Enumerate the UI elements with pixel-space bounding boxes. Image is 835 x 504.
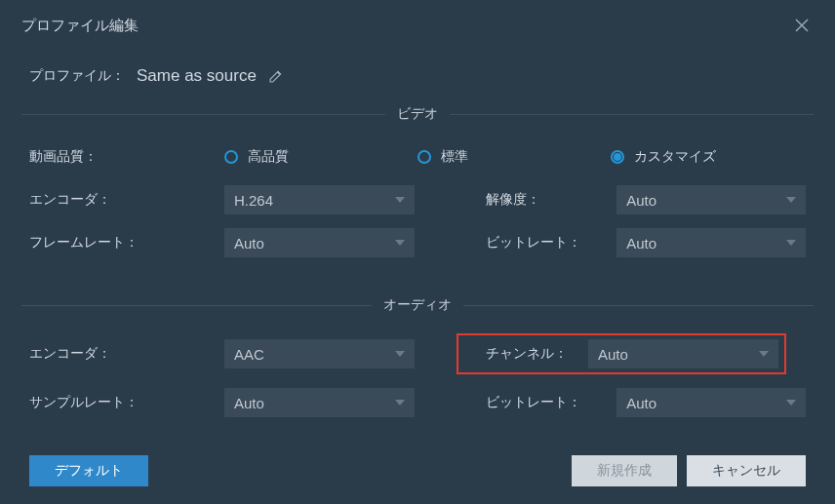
video-bitrate-label: ビットレート： <box>418 234 616 252</box>
video-resolution-dropdown[interactable]: Auto <box>616 185 806 214</box>
audio-samplerate-dropdown[interactable]: Auto <box>224 388 415 417</box>
audio-samplerate-value: Auto <box>234 395 264 411</box>
video-framerate-dropdown[interactable]: Auto <box>224 228 415 257</box>
video-encoder-dropdown[interactable]: H.264 <box>224 185 415 214</box>
video-encoder-label: エンコーダ： <box>29 191 224 209</box>
audio-bitrate-value: Auto <box>626 395 656 411</box>
video-section-divider: ビデオ <box>21 105 814 123</box>
cancel-button[interactable]: キャンセル <box>687 455 806 486</box>
default-button[interactable]: デフォルト <box>29 455 148 486</box>
audio-channel-highlight: チャンネル： Auto <box>457 333 786 374</box>
create-button-label: 新規作成 <box>597 462 652 480</box>
video-bitrate-dropdown[interactable]: Auto <box>616 228 806 257</box>
footer-right-group: 新規作成 キャンセル <box>572 455 806 486</box>
dialog-footer: デフォルト 新規作成 キャンセル <box>0 455 835 486</box>
video-bitrate-value: Auto <box>626 235 656 252</box>
audio-bitrate-label: ビットレート： <box>418 394 616 411</box>
audio-section-divider: オーディオ <box>21 296 814 314</box>
audio-channel-dropdown[interactable]: Auto <box>588 339 778 368</box>
video-quality-label: 動画品質： <box>29 148 224 166</box>
audio-form: エンコーダ： AAC チャンネル： Auto サンプルレート： <box>21 333 814 417</box>
video-section-title: ビデオ <box>385 105 450 123</box>
chevron-down-icon <box>786 197 796 203</box>
audio-encoder-row: エンコーダ： AAC チャンネル： Auto <box>29 333 806 374</box>
video-framerate-value: Auto <box>234 235 264 252</box>
audio-samplerate-label: サンプルレート： <box>29 394 224 411</box>
radio-icon <box>418 150 431 164</box>
audio-bitrate-dropdown[interactable]: Auto <box>616 388 806 417</box>
audio-samplerate-row: サンプルレート： Auto ビットレート： Auto <box>29 388 806 417</box>
chevron-down-icon <box>395 197 405 203</box>
pencil-icon <box>268 68 284 84</box>
radio-standard[interactable]: 標準 <box>418 148 611 166</box>
audio-encoder-dropdown[interactable]: AAC <box>224 339 415 368</box>
radio-high-label: 高品質 <box>248 148 289 166</box>
chevron-down-icon <box>395 240 405 246</box>
profile-label: プロファイル： <box>29 67 125 85</box>
radio-custom[interactable]: カスタマイズ <box>611 148 804 166</box>
audio-encoder-value: AAC <box>234 346 264 363</box>
profile-row: プロファイル： Same as source <box>21 47 814 99</box>
radio-standard-label: 標準 <box>441 148 468 166</box>
chevron-down-icon <box>786 240 796 246</box>
radio-high-quality[interactable]: 高品質 <box>224 148 418 166</box>
edit-profile-button[interactable] <box>268 67 286 85</box>
dialog-title: プロファイル編集 <box>21 17 139 35</box>
create-button: 新規作成 <box>572 455 677 486</box>
audio-encoder-label: エンコーダ： <box>29 345 224 363</box>
radio-icon <box>224 150 238 164</box>
chevron-down-icon <box>759 351 769 357</box>
video-quality-radio-group: 高品質 標準 カスタマイズ <box>224 148 806 166</box>
chevron-down-icon <box>395 400 405 406</box>
default-button-label: デフォルト <box>55 462 123 480</box>
audio-channel-label: チャンネル： <box>458 345 588 363</box>
close-icon <box>793 17 811 34</box>
profile-name: Same as source <box>137 66 257 86</box>
audio-channel-value: Auto <box>598 346 628 363</box>
video-encoder-row: エンコーダ： H.264 解像度： Auto <box>29 185 806 214</box>
cancel-button-label: キャンセル <box>712 462 780 480</box>
video-framerate-label: フレームレート： <box>29 234 224 252</box>
profile-edit-dialog: プロファイル編集 プロファイル： Same as source ビデオ 動画品質… <box>0 0 835 504</box>
video-framerate-row: フレームレート： Auto ビットレート： Auto <box>29 228 806 257</box>
dialog-content: プロファイル： Same as source ビデオ 動画品質： 高品質 <box>0 47 835 417</box>
close-button[interactable] <box>790 14 814 37</box>
radio-icon <box>611 150 624 164</box>
video-quality-row: 動画品質： 高品質 標準 カスタマイズ <box>29 142 806 172</box>
chevron-down-icon <box>786 400 796 406</box>
video-resolution-label: 解像度： <box>418 191 616 209</box>
dialog-header: プロファイル編集 <box>0 0 835 47</box>
chevron-down-icon <box>395 351 405 357</box>
radio-custom-label: カスタマイズ <box>634 148 716 166</box>
video-resolution-value: Auto <box>626 192 656 209</box>
audio-section-title: オーディオ <box>372 296 463 314</box>
video-form: 動画品質： 高品質 標準 カスタマイズ <box>21 142 814 257</box>
video-encoder-value: H.264 <box>234 192 273 209</box>
